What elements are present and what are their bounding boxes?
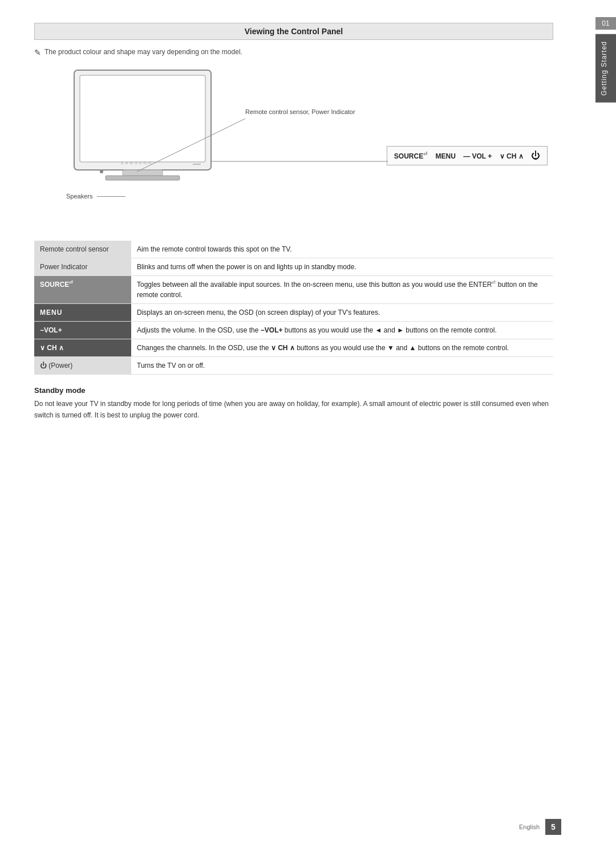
footer-language: English <box>519 823 540 830</box>
row-label-remote-sensor: Remote control sensor <box>34 241 131 258</box>
svg-rect-1 <box>80 75 205 162</box>
row-label-menu: MENU <box>34 304 131 322</box>
vol-btn-label: — VOL + <box>463 152 492 160</box>
note-line: ✎ The product colour and shape may vary … <box>34 48 553 57</box>
row-desc-source: Toggles between all the available input … <box>131 276 553 304</box>
svg-text:SAMSUNG: SAMSUNG <box>121 161 153 165</box>
row-desc-power: Turns the TV on or off. <box>131 357 553 375</box>
standby-section: Standby mode Do not leave your TV in sta… <box>34 386 553 421</box>
menu-btn-label: MENU <box>435 152 455 160</box>
svg-rect-5 <box>123 170 163 176</box>
diagram-area: SAMSUNG Speakers Remote control sensor, … <box>34 67 553 227</box>
source-btn-label: SOURCE <box>394 152 423 160</box>
row-label-power: ⏻ (Power) <box>34 357 131 375</box>
standby-title: Standby mode <box>34 386 553 395</box>
standby-text: Do not leave your TV in standby mode for… <box>34 398 553 421</box>
chapter-number: 01 <box>595 17 616 30</box>
note-icon: ✎ <box>34 48 41 57</box>
row-label-vol: −VOL+ <box>34 322 131 339</box>
control-panel-display: SOURCE⏎ MENU — VOL + ∨ CH ∧ ⏻ <box>387 146 548 165</box>
table-row: Remote control sensor Aim the remote con… <box>34 241 553 258</box>
table-row: MENU Displays an on-screen menu, the OSD… <box>34 304 553 322</box>
remote-sensor-label: Remote control sensor, Power Indicator <box>245 108 355 115</box>
table-row: ∨ CH ∧ Changes the channels. In the OSD,… <box>34 339 553 357</box>
row-desc-remote-sensor: Aim the remote control towards this spot… <box>131 241 553 258</box>
row-label-ch: ∨ CH ∧ <box>34 339 131 357</box>
speakers-label: Speakers <box>66 192 125 200</box>
table-row: ⏻ (Power) Turns the TV on or off. <box>34 357 553 375</box>
table-row: −VOL+ Adjusts the volume. In the OSD, us… <box>34 322 553 339</box>
row-desc-ch: Changes the channels. In the OSD, use th… <box>131 339 553 357</box>
section-title: Viewing the Control Panel <box>34 23 553 40</box>
row-desc-menu: Displays an on-screen menu, the OSD (on … <box>131 304 553 322</box>
row-label-source: SOURCE⏎ <box>34 276 131 304</box>
footer-page-number: 5 <box>545 819 561 835</box>
tv-illustration: SAMSUNG <box>68 67 217 206</box>
table-row: Power Indicator Blinks and turns off whe… <box>34 258 553 276</box>
power-btn-icon: ⏻ <box>531 151 540 160</box>
note-text: The product colour and shape may vary de… <box>44 48 242 56</box>
svg-rect-6 <box>106 176 180 180</box>
control-table: Remote control sensor Aim the remote con… <box>34 241 553 375</box>
chapter-label: Getting Started <box>595 34 616 103</box>
page-footer: English 5 <box>0 819 595 835</box>
svg-point-4 <box>100 170 103 173</box>
ch-btn-label: ∨ CH ∧ <box>500 152 524 160</box>
row-desc-vol: Adjusts the volume. In the OSD, use the … <box>131 322 553 339</box>
table-row: SOURCE⏎ Toggles between all the availabl… <box>34 276 553 304</box>
row-desc-power-indicator: Blinks and turns off when the power is o… <box>131 258 553 276</box>
row-label-power-indicator: Power Indicator <box>34 258 131 276</box>
